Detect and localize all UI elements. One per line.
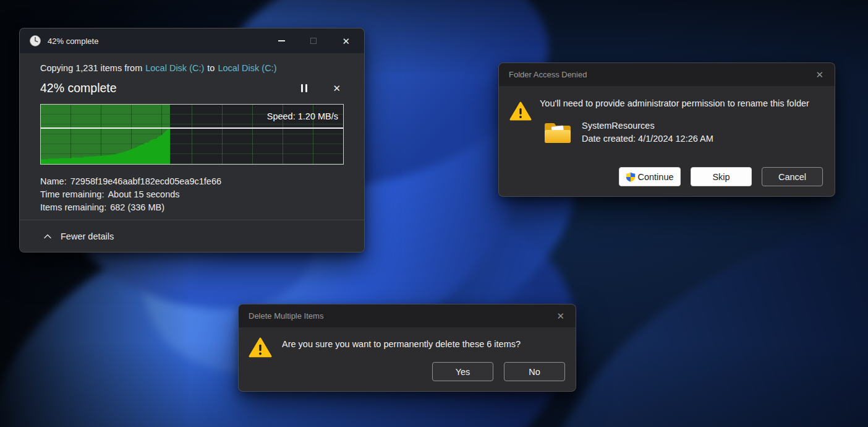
source-location-link[interactable]: Local Disk (C:) xyxy=(145,63,204,73)
detail-value: About 15 seconds xyxy=(108,189,179,199)
copy-details: Name:72958f19e46aabf182ecd05ea9c1fe66 Ti… xyxy=(40,175,344,214)
close-button[interactable]: ✕ xyxy=(556,311,564,321)
detail-value: 682 (336 MB) xyxy=(110,202,164,212)
skip-label: Skip xyxy=(712,172,730,182)
yes-button[interactable]: Yes xyxy=(432,362,493,381)
cancel-label: Cancel xyxy=(778,172,806,182)
file-operation-clock-icon xyxy=(30,35,41,46)
speed-line xyxy=(41,127,343,129)
fewer-details-toggle[interactable]: Fewer details xyxy=(44,231,114,241)
speed-label: Speed: 1.20 MB/s xyxy=(267,111,338,121)
skip-button[interactable]: Skip xyxy=(691,167,752,186)
uac-shield-icon xyxy=(626,172,636,182)
continue-button[interactable]: Continue xyxy=(619,167,681,186)
speed-history-graph xyxy=(41,105,170,164)
progress-heading: 42% complete xyxy=(40,81,117,95)
detail-label: Time remaining: xyxy=(40,189,104,199)
copy-progress-window: 42% complete ✕ Copying 1,231 items from … xyxy=(19,28,365,252)
copy-dialog-body: Copying 1,231 items from Local Disk (C:)… xyxy=(20,53,364,220)
close-button[interactable]: ✕ xyxy=(815,70,823,79)
folder-icon xyxy=(543,121,572,146)
detail-label: Items remaining: xyxy=(40,202,106,212)
copy-window-titlebar[interactable]: 42% complete ✕ xyxy=(20,28,364,53)
minimize-icon xyxy=(278,40,285,41)
yes-label: Yes xyxy=(456,367,470,377)
copy-speed-chart: Speed: 1.20 MB/s xyxy=(40,104,344,165)
folder-dialog-titlebar[interactable]: Folder Access Denied ✕ xyxy=(499,63,835,86)
window-title: Folder Access Denied xyxy=(509,70,587,79)
copy-status-line: Copying 1,231 items from Local Disk (C:)… xyxy=(40,63,344,73)
minimize-button[interactable] xyxy=(278,40,285,41)
detail-value: 72958f19e46aabf182ecd05ea9c1fe66 xyxy=(70,176,221,186)
warning-icon xyxy=(509,101,532,121)
copy-dialog-footer: Fewer details xyxy=(20,220,364,252)
delete-dialog-body: Are you sure you want to permanently del… xyxy=(239,327,576,391)
detail-row-items-remaining: Items remaining:682 (336 MB) xyxy=(40,201,344,214)
window-title: Delete Multiple Items xyxy=(249,311,323,321)
pause-button[interactable] xyxy=(301,84,307,92)
fewer-details-label: Fewer details xyxy=(61,231,114,241)
detail-row-name: Name:72958f19e46aabf182ecd05ea9c1fe66 xyxy=(40,175,344,188)
pause-icon xyxy=(305,84,307,92)
chevron-up-icon xyxy=(44,234,51,239)
permission-message: You'll need to provide administrator per… xyxy=(540,98,809,108)
maximize-button[interactable] xyxy=(310,38,317,44)
no-button[interactable]: No xyxy=(504,362,565,381)
folder-name: SystemResources xyxy=(582,119,655,132)
detail-label: Name: xyxy=(40,176,67,186)
close-button[interactable]: ✕ xyxy=(342,37,350,46)
destination-location-link[interactable]: Local Disk (C:) xyxy=(218,63,276,73)
cancel-copy-button[interactable]: ✕ xyxy=(333,84,341,93)
status-connector: to xyxy=(207,63,215,73)
folder-dialog-body: You'll need to provide administrator per… xyxy=(499,86,835,196)
folder-access-denied-window: Folder Access Denied ✕ You'll need to pr… xyxy=(498,63,835,197)
warning-icon xyxy=(249,337,272,358)
pause-icon xyxy=(301,84,303,92)
speed-history-area xyxy=(41,127,170,164)
no-label: No xyxy=(529,367,540,377)
delete-dialog-titlebar[interactable]: Delete Multiple Items ✕ xyxy=(239,304,576,327)
delete-multiple-items-window: Delete Multiple Items ✕ Are you sure you… xyxy=(238,304,576,392)
delete-confirmation-message: Are you sure you want to permanently del… xyxy=(282,339,521,349)
continue-label: Continue xyxy=(637,172,673,182)
detail-row-time-remaining: Time remaining:About 15 seconds xyxy=(40,188,344,201)
maximize-icon xyxy=(310,38,317,44)
status-prefix: Copying 1,231 items from xyxy=(40,63,142,73)
cancel-button[interactable]: Cancel xyxy=(762,167,823,186)
folder-date-created: Date created: 4/1/2024 12:26 AM xyxy=(582,132,713,145)
window-title: 42% complete xyxy=(48,37,98,46)
